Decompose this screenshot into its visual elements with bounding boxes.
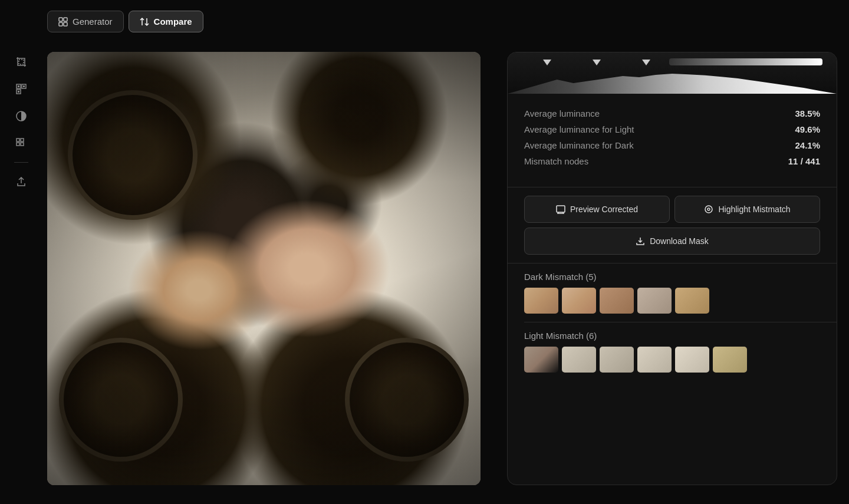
light-thumb-1[interactable]: [524, 347, 558, 373]
contrast-tool-icon[interactable]: [9, 104, 33, 128]
svg-rect-16: [557, 206, 565, 212]
grid-icon: [15, 137, 27, 149]
generator-button[interactable]: Generator: [47, 11, 124, 32]
export-tool-icon[interactable]: [9, 170, 33, 193]
svg-rect-8: [18, 85, 19, 87]
action-row-1: Preview Corrected Highlight Mistmatch: [524, 196, 820, 223]
stat-row-luminance: Average luminance 38.5%: [524, 106, 820, 121]
stats-divider: [508, 187, 837, 187]
light-thumb-6[interactable]: [713, 347, 747, 373]
avg-luminance-label: Average luminance: [524, 108, 600, 118]
avg-lum-dark-value: 24.1%: [795, 140, 820, 150]
svg-rect-4: [19, 60, 24, 64]
highlight-mismatch-icon: [704, 205, 713, 214]
svg-point-18: [708, 208, 710, 210]
light-thumb-4[interactable]: [637, 347, 672, 373]
light-mismatch-thumbnails: [524, 347, 820, 373]
svg-rect-13: [21, 139, 24, 141]
generator-icon: [58, 17, 68, 27]
light-thumb-5[interactable]: [675, 347, 709, 373]
marker-1: [543, 60, 551, 65]
light-thumb-2[interactable]: [562, 347, 596, 373]
light-mismatch-title: Light Mismatch (6): [524, 331, 820, 341]
dark-thumb-2[interactable]: [562, 288, 596, 314]
avg-luminance-value: 38.5%: [795, 108, 820, 118]
qr-tool-icon[interactable]: [9, 77, 33, 101]
qr-icon: [15, 83, 27, 95]
download-mask-label: Download Mask: [650, 236, 709, 246]
stat-row-mismatch: Mismatch nodes 11 / 441: [524, 153, 820, 169]
stat-row-lum-dark: Average luminance for Dark 24.1%: [524, 137, 820, 153]
contrast-icon: [15, 110, 27, 122]
main-image: [47, 52, 481, 485]
svg-rect-10: [18, 91, 19, 93]
download-mask-button[interactable]: Download Mask: [524, 228, 820, 255]
histogram-area: [508, 52, 837, 94]
light-thumb-3[interactable]: [600, 347, 634, 373]
marker-3: [642, 60, 650, 65]
avg-lum-light-label: Average luminance for Light: [524, 124, 634, 134]
svg-rect-3: [64, 22, 67, 26]
histogram-markers: [508, 60, 837, 65]
svg-rect-2: [59, 22, 62, 26]
marker-2: [593, 60, 601, 65]
mismatch-nodes-value: 11 / 441: [788, 156, 820, 166]
svg-rect-14: [17, 143, 19, 146]
dark-mismatch-thumbnails: [524, 288, 820, 314]
highlight-mismatch-label: Highlight Mistmatch: [718, 205, 790, 214]
export-icon: [15, 176, 27, 187]
svg-rect-1: [64, 18, 67, 21]
preview-corrected-icon: [556, 205, 565, 214]
preview-corrected-button[interactable]: Preview Corrected: [524, 196, 670, 223]
light-mismatch-section: Light Mismatch (6): [508, 331, 837, 373]
dark-mismatch-section: Dark Mismatch (5): [508, 272, 837, 314]
top-toolbar: Generator Compare: [47, 11, 203, 32]
crop-icon: [15, 56, 27, 68]
dark-thumb-1[interactable]: [524, 288, 558, 314]
svg-point-17: [705, 206, 712, 213]
download-mask-icon: [636, 236, 645, 246]
dark-thumb-5[interactable]: [675, 288, 709, 314]
generator-label: Generator: [73, 17, 113, 27]
avg-lum-dark-label: Average luminance for Dark: [524, 140, 634, 150]
svg-rect-12: [17, 139, 19, 141]
svg-rect-15: [21, 143, 24, 146]
stat-row-lum-light: Average luminance for Light 49.6%: [524, 121, 820, 137]
stats-section: Average luminance 38.5% Average luminanc…: [508, 94, 837, 179]
svg-rect-9: [23, 85, 25, 87]
dark-mismatch-title: Dark Mismatch (5): [524, 272, 820, 282]
compare-button[interactable]: Compare: [129, 11, 203, 32]
mismatch-nodes-label: Mismatch nodes: [524, 156, 588, 166]
light-mismatch-divider: [524, 322, 837, 322]
right-panel: Average luminance 38.5% Average luminanc…: [507, 52, 837, 485]
compare-label: Compare: [154, 17, 192, 27]
compare-icon: [140, 17, 149, 27]
image-overlay: [47, 52, 481, 485]
mismatch-divider: [508, 263, 837, 263]
grid-tool-icon[interactable]: [9, 131, 33, 155]
action-buttons: Preview Corrected Highlight Mistmatch Do…: [508, 196, 837, 255]
dark-thumb-4[interactable]: [637, 288, 672, 314]
avg-lum-light-value: 49.6%: [795, 124, 820, 134]
sidebar-divider: [14, 162, 28, 163]
preview-corrected-label: Preview Corrected: [570, 205, 638, 214]
left-sidebar: [9, 50, 33, 193]
crop-tool-icon[interactable]: [9, 50, 33, 74]
dark-thumb-3[interactable]: [600, 288, 634, 314]
svg-rect-0: [59, 18, 62, 21]
histogram-gradient: [508, 70, 837, 94]
highlight-mismatch-button[interactable]: Highlight Mistmatch: [674, 196, 820, 223]
